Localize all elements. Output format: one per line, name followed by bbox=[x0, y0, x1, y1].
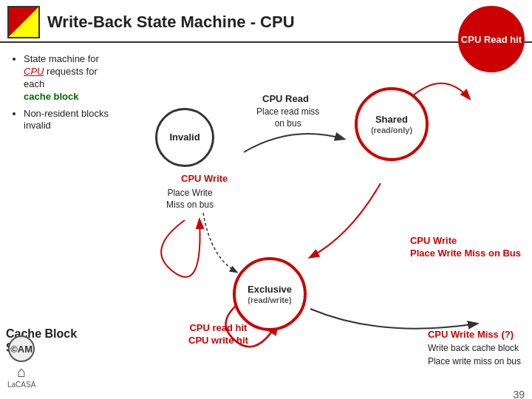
invalid-state-node: Invalid bbox=[155, 108, 214, 167]
place-read-miss-label: Place read miss on bus bbox=[256, 106, 319, 129]
cpu-read-hit-badge: CPU Read hit bbox=[458, 6, 525, 72]
main-content: State machine for CPU requests for each … bbox=[0, 43, 532, 399]
bullet-2: Non-resident blocks invalid bbox=[24, 108, 109, 133]
shared-state-node: Shared (read/only) bbox=[355, 87, 429, 161]
page-number: 39 bbox=[513, 389, 525, 399]
cpu-write-arrow-label: CPU Write bbox=[181, 173, 228, 185]
place-write-miss-label: Place Write Miss on bus bbox=[166, 188, 214, 211]
page-title: Write-Back State Machine - CPU bbox=[47, 13, 525, 32]
cpu-write-miss-label: CPU Write Miss (?) Write back cache bloc… bbox=[428, 327, 521, 369]
logo-icon bbox=[7, 6, 40, 38]
cpu-read-arrow-label: CPU Read bbox=[262, 93, 309, 106]
bullet-list: State machine for CPU requests for each … bbox=[10, 53, 109, 132]
bullet1-prefix: State machine for bbox=[24, 53, 99, 64]
lacasa-text: LaCASA bbox=[7, 381, 35, 389]
diagram: Invalid Shared (read/only) Exclusive (re… bbox=[115, 43, 532, 399]
bullet-1: State machine for CPU requests for each … bbox=[24, 53, 109, 103]
house-icon: ⌂ bbox=[17, 364, 26, 381]
exclusive-state-node: Exclusive (read/write) bbox=[233, 257, 307, 331]
cache-block-text: cache block bbox=[24, 91, 78, 102]
am-circle: ©AM bbox=[8, 335, 35, 362]
bottom-logo: ©AM ⌂ LaCASA bbox=[7, 335, 35, 389]
cpu-rwhit-label: CPU read hit CPU write hit bbox=[188, 322, 248, 347]
cpu-text: CPU bbox=[24, 66, 44, 77]
cpu-write-pwm-label: CPU Write Place Write Miss on Bus bbox=[410, 235, 521, 260]
header: Write-Back State Machine - CPU CPU Read … bbox=[0, 0, 532, 43]
